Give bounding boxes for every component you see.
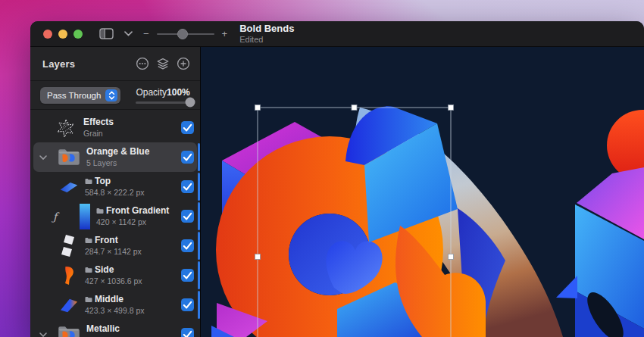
layer-subtitle: 584.8 × 222.2 px [85, 188, 145, 198]
disclosure-chevron[interactable] [39, 154, 47, 160]
layer-subtitle: 423.3 × 499.8 px [85, 306, 145, 316]
layer-row[interactable]: EffectsGrain [33, 113, 197, 142]
disclosure-chevron[interactable] [39, 332, 47, 337]
layer-type-icon [96, 208, 104, 214]
titlebar: − + Bold Bends Edited [30, 21, 644, 47]
visibility-checkbox[interactable] [181, 151, 194, 164]
layer-type-icon [85, 296, 92, 303]
layer-row[interactable]: Top584.8 × 222.2 px [33, 172, 197, 201]
zoom-out-button[interactable]: − [143, 28, 149, 39]
layer-row[interactable]: Orange & Blue5 Layers [33, 142, 197, 172]
layer-name: Metallic [86, 323, 120, 335]
layer-name: Middle [95, 294, 123, 305]
document-title: Bold Bends [239, 23, 294, 35]
sidebar-toggle-button[interactable] [99, 28, 114, 39]
visibility-checkbox[interactable] [181, 210, 194, 223]
visibility-checkbox[interactable] [181, 180, 194, 193]
zoom-in-button[interactable]: + [222, 28, 228, 39]
layer-thumbnail [55, 117, 77, 139]
visibility-checkbox[interactable] [181, 239, 194, 252]
app-window: − + Bold Bends Edited Layers [30, 21, 644, 337]
selection-handle[interactable] [352, 105, 357, 111]
layer-subtitle: 427 × 1036.6 px [85, 276, 142, 286]
layer-thumbnail [59, 179, 79, 195]
layer-type-icon [85, 237, 92, 244]
layer-list: EffectsGrainOrange & Blue5 LayersTop584.… [30, 110, 200, 337]
selection-handle[interactable] [255, 105, 261, 111]
close-button[interactable] [43, 30, 52, 39]
fx-badge-icon: ƒ [53, 211, 57, 223]
visibility-checkbox[interactable] [181, 269, 194, 282]
layer-row[interactable]: Front284.7 × 1142 px [33, 231, 197, 261]
layers-panel-title: Layers [42, 58, 136, 70]
layer-name: Orange & Blue [86, 146, 149, 158]
window-controls [43, 30, 83, 39]
layers-filter-button[interactable] [156, 57, 170, 70]
selection-handle[interactable] [449, 105, 454, 111]
toolbar-chevron-button[interactable] [124, 31, 133, 36]
layer-row[interactable]: Side427 × 1036.6 px [33, 261, 197, 290]
blend-mode-value: Pass Through [47, 91, 101, 100]
layer-type-icon [85, 178, 92, 185]
opacity-label: Opacity [136, 87, 167, 98]
layer-thumbnail [59, 297, 79, 314]
layer-type-icon [85, 267, 92, 273]
visibility-checkbox[interactable] [181, 328, 194, 337]
zoom-slider-knob[interactable] [177, 29, 188, 39]
opacity-slider[interactable] [136, 101, 189, 104]
layer-thumbnail [59, 265, 79, 286]
layer-name: Side [95, 264, 114, 276]
layer-name: Top [95, 176, 111, 187]
layer-thumbnail [58, 148, 80, 166]
layer-row[interactable]: Metallic4 Layers [33, 320, 197, 337]
layer-options-button[interactable] [136, 57, 149, 70]
layer-subtitle: 420 × 1142 px [96, 217, 169, 227]
layer-name: Front Gradient [106, 205, 169, 217]
minimize-button[interactable] [58, 30, 67, 39]
layer-thumbnail [79, 204, 90, 229]
layer-thumbnail [58, 326, 80, 337]
layer-row[interactable]: Middle423.3 × 499.8 px [33, 290, 197, 320]
visibility-checkbox[interactable] [181, 121, 194, 134]
add-layer-button[interactable] [177, 57, 190, 70]
layer-thumbnail [59, 234, 79, 258]
opacity-value: 100% [167, 87, 190, 98]
zoom-slider[interactable] [157, 33, 214, 35]
stepper-chevrons-icon [105, 89, 117, 101]
artwork [201, 47, 644, 337]
visibility-checkbox[interactable] [181, 298, 194, 311]
selection-handle[interactable] [449, 254, 454, 260]
layer-subtitle: 5 Layers [86, 158, 149, 168]
layers-panel: Layers Pass Through [30, 47, 200, 337]
canvas[interactable] [200, 47, 644, 337]
layer-subtitle: Grain [83, 129, 114, 139]
blend-mode-select[interactable]: Pass Through [40, 87, 120, 104]
layer-name: Front [95, 235, 118, 246]
opacity-slider-knob[interactable] [185, 98, 195, 108]
layer-subtitle: 284.7 × 1142 px [85, 247, 142, 257]
layer-name: Effects [83, 117, 114, 128]
document-status: Edited [239, 35, 294, 45]
selection-handle[interactable] [255, 254, 261, 260]
zoom-window-button[interactable] [73, 30, 83, 39]
layer-row[interactable]: ƒFront Gradient420 × 1142 px [33, 201, 197, 231]
